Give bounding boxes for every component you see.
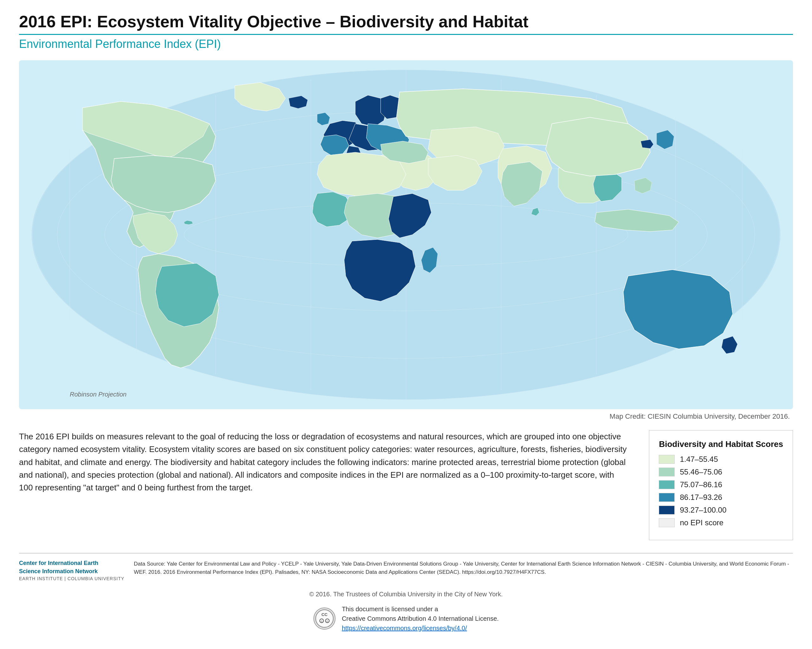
map-credit: Map Credit: CIESIN Columbia University, … bbox=[19, 412, 793, 421]
world-map: Robinson Projection bbox=[19, 60, 793, 409]
legend-item: 1.47–55.45 bbox=[659, 455, 783, 464]
svg-text:c: c bbox=[321, 620, 322, 623]
legend-item: no EPI score bbox=[659, 518, 783, 527]
legend-title: Biodiversity and Habitat Scores bbox=[659, 439, 783, 449]
legend-item: 93.27–100.00 bbox=[659, 505, 783, 515]
cc-text: This document is licensed under a Creati… bbox=[342, 604, 499, 633]
copyright-line: © 2016. The Trustees of Columbia Univers… bbox=[19, 591, 793, 598]
subtitle: Environmental Performance Index (EPI) bbox=[19, 37, 793, 51]
org-name-1: Center for International Earth bbox=[19, 560, 124, 567]
main-title: 2016 EPI: Ecosystem Vitality Objective –… bbox=[19, 13, 793, 31]
svg-text:CC: CC bbox=[321, 612, 327, 617]
org-name-2: Science Information Network bbox=[19, 568, 124, 575]
org-logo: Center for International Earth Science I… bbox=[19, 560, 124, 581]
svg-text:c: c bbox=[327, 620, 328, 623]
footer-section: Center for International Earth Science I… bbox=[19, 553, 793, 581]
footer-data-source: Data Source: Yale Center for Environment… bbox=[134, 560, 793, 576]
legend-box: Biodiversity and Habitat Scores 1.47–55.… bbox=[649, 430, 793, 540]
svg-text:Robinson Projection: Robinson Projection bbox=[70, 391, 127, 398]
cc-section: CC c c This document is licensed under a… bbox=[19, 604, 793, 633]
org-name-3: EARTH INSTITUTE | COLUMBIA UNIVERSITY bbox=[19, 576, 124, 581]
legend-item: 75.07–86.16 bbox=[659, 480, 783, 489]
cc-link[interactable]: https://creativecommons.org/licenses/by/… bbox=[342, 625, 467, 632]
legend-item: 55.46–75.06 bbox=[659, 467, 783, 476]
description-text: The 2016 EPI builds on measures relevant… bbox=[19, 430, 630, 494]
legend-item: 86.17–93.26 bbox=[659, 493, 783, 502]
cc-icon: CC c c bbox=[313, 608, 336, 630]
